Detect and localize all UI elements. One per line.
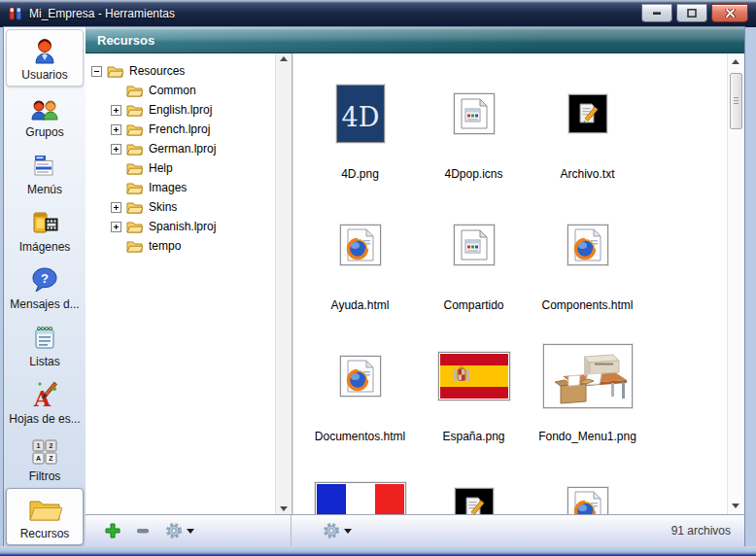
firefox-html-icon bbox=[573, 491, 602, 515]
filter-keys-icon: 12AZ bbox=[31, 438, 58, 466]
file-icon-box bbox=[454, 225, 495, 265]
sidebar-item-menus[interactable]: Menús bbox=[6, 144, 84, 201]
expand-plus-icon[interactable] bbox=[111, 222, 121, 232]
sidebar-item-label: Hojas de es... bbox=[9, 412, 80, 426]
sidebar-item-usuarios[interactable]: Usuarios bbox=[6, 29, 84, 87]
file-Documentos.html[interactable]: Documentos.html bbox=[303, 322, 417, 453]
file-Compartido[interactable]: Compartido bbox=[417, 191, 531, 322]
file-Ayuda.html[interactable]: Ayuda.html bbox=[303, 191, 417, 322]
tree-row-label: French.lproj bbox=[149, 122, 210, 136]
expand-plus-icon[interactable] bbox=[111, 105, 121, 116]
tree-scrollbar[interactable] bbox=[275, 53, 292, 514]
file-name-label: Components.html bbox=[541, 298, 633, 322]
file-name-label: Compartido bbox=[443, 298, 503, 322]
minimize-button[interactable] bbox=[641, 4, 672, 22]
tree-row[interactable]: German.lproj bbox=[111, 139, 275, 158]
actions2-button[interactable] bbox=[323, 522, 352, 539]
sidebar: Usuarios Grupos Menús Imágenes ? Mensaje… bbox=[4, 27, 86, 546]
file-4D.png[interactable]: 4D 4D.png bbox=[303, 59, 417, 191]
file-icon-box bbox=[455, 488, 494, 515]
sidebar-item-listas[interactable]: Listas bbox=[6, 316, 84, 373]
message-bubble-icon: ? bbox=[31, 266, 58, 294]
tree-row[interactable]: English.lproj bbox=[111, 100, 275, 120]
toolbar-right: 91 archivos bbox=[292, 515, 744, 546]
tree-row[interactable]: Spanish.lproj bbox=[111, 217, 275, 236]
text-document-icon bbox=[458, 491, 491, 515]
sidebar-item-recursos[interactable]: Recursos bbox=[6, 488, 84, 545]
sidebar-item-mensajes[interactable]: ? Mensajes d... bbox=[6, 259, 84, 316]
file-Components.html[interactable]: Components.html bbox=[531, 191, 644, 322]
file-name-label: España.png bbox=[442, 430, 504, 453]
dropdown-arrow-icon[interactable] bbox=[187, 529, 194, 534]
france-flag-icon bbox=[317, 484, 404, 515]
tree-row[interactable]: French.lproj bbox=[111, 120, 275, 139]
file-icon-box bbox=[438, 352, 510, 400]
file-name-label: Ayuda.html bbox=[331, 298, 390, 322]
file-icon-box bbox=[340, 225, 381, 265]
tree-row[interactable]: Images bbox=[111, 178, 275, 197]
close-icon bbox=[725, 9, 736, 17]
sidebar-item-grupos[interactable]: Grupos bbox=[6, 87, 84, 144]
firefox-html-icon bbox=[346, 360, 375, 393]
tree-row-label: Images bbox=[149, 181, 187, 194]
file-Archivo.txt[interactable]: Archivo.txt bbox=[531, 59, 644, 191]
file-count-status: 91 archivos bbox=[671, 524, 744, 538]
tree-folder-icon bbox=[126, 84, 143, 97]
notepad-icon bbox=[32, 324, 57, 351]
app-document-icon bbox=[461, 229, 488, 261]
file-name-label: Archivo.txt bbox=[560, 167, 614, 191]
close-button[interactable] bbox=[711, 4, 748, 22]
tree-row[interactable]: Common bbox=[111, 81, 275, 100]
main-area: Recursos Resources Common English.lproj … bbox=[86, 27, 744, 546]
tree-folder-icon bbox=[107, 64, 123, 78]
scroll-thumb[interactable] bbox=[730, 73, 742, 129]
scroll-up-icon[interactable] bbox=[280, 56, 288, 61]
sidebar-item-hojas[interactable]: A Hojas de es... bbox=[6, 373, 84, 431]
app-tools-icon bbox=[8, 6, 23, 21]
scroll-down-icon[interactable] bbox=[732, 504, 739, 508]
file-item[interactable] bbox=[417, 453, 531, 514]
content-scrollbar[interactable] bbox=[727, 53, 744, 514]
file-name-label: 4D.png bbox=[341, 167, 379, 191]
tree-row[interactable]: Resources bbox=[91, 61, 275, 81]
file-item[interactable] bbox=[303, 453, 417, 514]
4d-logo-icon: 4D bbox=[338, 87, 383, 141]
expand-plus-icon[interactable] bbox=[111, 202, 121, 213]
add-button[interactable] bbox=[105, 523, 120, 539]
sidebar-item-imagenes[interactable]: Imágenes bbox=[6, 201, 84, 259]
tree-row[interactable]: Skins bbox=[111, 197, 275, 217]
panel-title: Recursos bbox=[97, 33, 155, 48]
file-name-label: Documentos.html bbox=[315, 430, 405, 453]
collapse-minus-icon[interactable] bbox=[91, 66, 102, 77]
maximize-button[interactable] bbox=[676, 4, 707, 22]
file-icon-box: 4D bbox=[336, 85, 385, 143]
tree-row-label: Resources bbox=[129, 64, 185, 78]
actions-button[interactable] bbox=[165, 522, 194, 539]
tree-row-label: English.lproj bbox=[149, 103, 212, 117]
scroll-up-icon[interactable] bbox=[732, 59, 739, 64]
file-item[interactable] bbox=[531, 453, 644, 514]
tree-row-label: Common bbox=[149, 84, 196, 97]
svg-text:4D: 4D bbox=[341, 102, 379, 132]
sidebar-item-filtros[interactable]: 12AZ Filtros bbox=[6, 431, 84, 488]
tree-row-label: Spanish.lproj bbox=[149, 220, 216, 233]
file-España.png[interactable]: España.png bbox=[417, 322, 531, 453]
tree-folder-icon bbox=[126, 122, 143, 136]
remove-button[interactable] bbox=[135, 523, 151, 539]
user-icon bbox=[32, 37, 57, 64]
expand-plus-icon[interactable] bbox=[111, 124, 121, 135]
scroll-down-icon[interactable] bbox=[280, 506, 288, 511]
file-Fondo_Menu1.png[interactable]: Fondo_Menu1.png bbox=[531, 322, 644, 453]
app-document-icon bbox=[461, 98, 488, 129]
dropdown-arrow-icon[interactable] bbox=[344, 529, 352, 534]
sidebar-item-label: Listas bbox=[29, 355, 59, 368]
file-4Dpop.icns[interactable]: 4Dpop.icns bbox=[417, 59, 531, 191]
window-controls bbox=[641, 4, 748, 22]
tree-expander bbox=[111, 241, 121, 252]
tree-panel: Resources Common English.lproj French.lp… bbox=[86, 53, 292, 514]
tree-row[interactable]: Help bbox=[111, 158, 275, 178]
tree-row[interactable]: tempo bbox=[111, 236, 275, 256]
gear-icon bbox=[165, 522, 183, 539]
file-icon-box bbox=[315, 482, 406, 515]
expand-plus-icon[interactable] bbox=[111, 144, 121, 155]
